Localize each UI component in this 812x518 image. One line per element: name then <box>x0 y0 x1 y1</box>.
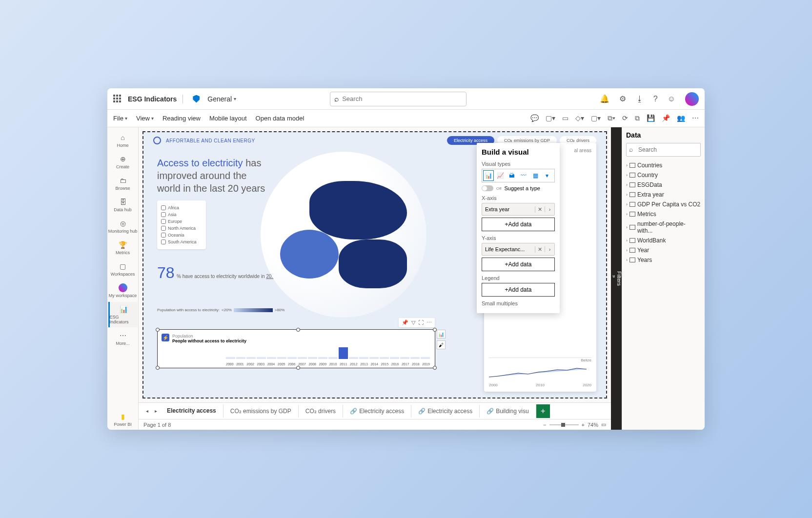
chevron-right-icon[interactable]: › <box>626 212 628 217</box>
checkbox[interactable] <box>161 212 166 217</box>
region-item[interactable]: Europe <box>161 218 202 225</box>
nav-workspaces[interactable]: ▢Workspaces <box>108 259 138 279</box>
bar[interactable] <box>380 357 389 359</box>
tab-1[interactable]: Electricity access <box>160 404 223 418</box>
remove-icon[interactable]: ✕ <box>535 246 545 253</box>
yaxis-field[interactable]: Life Expectanc...✕› <box>482 243 555 256</box>
app-launcher-icon[interactable] <box>113 95 122 103</box>
legend-add-data-button[interactable]: +Add data <box>482 283 555 297</box>
chevron-right-icon[interactable]: › <box>545 206 554 212</box>
table-item[interactable]: ›number-of-people-with... <box>626 219 701 236</box>
nav-metrics[interactable]: 🏆Metrics <box>108 238 138 258</box>
region-item[interactable]: North America <box>161 225 202 232</box>
filters-rail[interactable]: « Filters <box>611 127 622 430</box>
xaxis-add-data-button[interactable]: +Add data <box>482 218 555 231</box>
bar[interactable] <box>400 357 409 359</box>
bar[interactable] <box>257 357 266 359</box>
reading-view-button[interactable]: Reading view <box>162 115 201 122</box>
fields-icon[interactable]: 📊 <box>437 330 446 339</box>
tab-prev-icon[interactable]: ◂ <box>142 408 151 414</box>
filter-icon[interactable]: ▽ <box>411 319 415 326</box>
xaxis-field[interactable]: Extra year✕› <box>482 203 555 216</box>
resize-handle[interactable] <box>433 328 437 332</box>
text-box-icon[interactable]: ▭ <box>562 114 568 122</box>
report-canvas[interactable]: AFFORTABLE AND CLEAN ENERGY Electricity … <box>142 131 607 398</box>
help-icon[interactable]: ? <box>653 95 658 103</box>
nav-more[interactable]: ⋯More... <box>108 328 138 349</box>
more-icon[interactable]: ⋯ <box>692 114 699 122</box>
zoom-out-button[interactable]: − <box>543 422 546 428</box>
vtype-area2-icon[interactable]: 〰 <box>518 170 529 181</box>
teams-icon[interactable]: 👥 <box>677 114 685 122</box>
shapes-icon[interactable]: ◇▾ <box>575 114 584 122</box>
bar[interactable] <box>226 357 235 359</box>
layout-icon[interactable]: ▢▾ <box>546 114 555 122</box>
bar[interactable] <box>287 357 297 359</box>
more-icon[interactable]: ⋯ <box>426 319 432 326</box>
settings-icon[interactable]: ⚙ <box>619 94 626 103</box>
resize-handle[interactable] <box>156 366 160 370</box>
nav-datahub[interactable]: 🗄Data hub <box>108 195 138 215</box>
tab-4[interactable]: 🔗Electricity access <box>343 405 411 418</box>
search-input[interactable] <box>342 95 462 102</box>
bar[interactable] <box>236 357 245 359</box>
resize-handle[interactable] <box>433 366 437 370</box>
bar[interactable] <box>339 347 348 359</box>
chevron-left-icon[interactable]: « <box>611 275 616 278</box>
add-page-button[interactable]: + <box>536 404 550 418</box>
globe-map[interactable] <box>261 152 426 318</box>
bar-chart[interactable] <box>226 339 430 359</box>
chevron-right-icon[interactable]: › <box>626 202 628 207</box>
table-item[interactable]: ›Extra year <box>626 190 701 199</box>
nav-browse[interactable]: 🗀Browse <box>108 173 138 194</box>
bar[interactable] <box>421 357 430 359</box>
search-box[interactable]: ⌕ <box>330 92 467 106</box>
chevron-right-icon[interactable]: › <box>626 163 628 168</box>
selected-visual[interactable]: 📌 ▽ ⛶ ⋯ 📊 🖌 ⚡ PopulationPeople without a… <box>157 329 435 368</box>
duplicate-icon[interactable]: ⧉ <box>635 114 640 122</box>
vtype-line-icon[interactable]: 📈 <box>495 170 506 181</box>
region-item[interactable]: Africa <box>161 204 202 211</box>
suggest-toggle[interactable] <box>482 185 493 191</box>
filters-label[interactable]: Filters <box>616 271 622 286</box>
copy-icon[interactable]: ⧉▾ <box>608 114 615 122</box>
checkbox[interactable] <box>161 205 166 210</box>
bar[interactable] <box>308 357 317 359</box>
file-menu[interactable]: File▾ <box>113 115 127 122</box>
bar[interactable] <box>410 357 420 359</box>
vtype-table-icon[interactable]: ▦ <box>530 170 541 181</box>
chevron-right-icon[interactable]: › <box>626 182 628 187</box>
region-item[interactable]: Asia <box>161 211 202 218</box>
nav-monitoring[interactable]: ◎Monitoring hub <box>108 216 138 237</box>
fit-page-icon[interactable]: ▭ <box>601 421 606 428</box>
nav-create[interactable]: ⊕Create <box>108 152 138 172</box>
resize-handle[interactable] <box>296 328 300 332</box>
refresh-icon[interactable]: ⟳ <box>622 114 628 122</box>
bar[interactable] <box>246 357 256 359</box>
bar[interactable] <box>328 357 338 359</box>
bar[interactable] <box>349 357 358 359</box>
resize-handle[interactable] <box>156 328 160 332</box>
table-item[interactable]: ›Metrics <box>626 209 701 219</box>
table-item[interactable]: ›ESGData <box>626 180 701 190</box>
bar[interactable] <box>369 357 379 359</box>
checkbox[interactable] <box>161 226 166 231</box>
download-icon[interactable]: ⭳ <box>636 95 644 103</box>
region-item[interactable]: South America <box>161 239 202 245</box>
tab-6[interactable]: 🔗Building visu <box>480 405 536 418</box>
zoom-slider[interactable] <box>549 424 579 425</box>
bar[interactable] <box>318 357 327 359</box>
nav-home[interactable]: ⌂Home <box>108 130 138 151</box>
chevron-right-icon[interactable]: › <box>626 238 628 243</box>
chevron-right-icon[interactable]: › <box>545 246 554 252</box>
user-avatar[interactable] <box>685 92 699 106</box>
bar[interactable] <box>267 357 276 359</box>
save-icon[interactable]: 💾 <box>647 114 655 122</box>
table-item[interactable]: ›Years <box>626 255 701 265</box>
chevron-right-icon[interactable]: › <box>626 192 628 197</box>
chevron-right-icon[interactable]: › <box>626 258 628 262</box>
chevron-right-icon[interactable]: › <box>626 248 628 253</box>
nav-myworkspace[interactable]: My workspace <box>108 280 138 301</box>
vtype-area-icon[interactable]: 🏔 <box>507 170 517 181</box>
sensitivity-dropdown[interactable]: General▾ <box>207 95 236 103</box>
